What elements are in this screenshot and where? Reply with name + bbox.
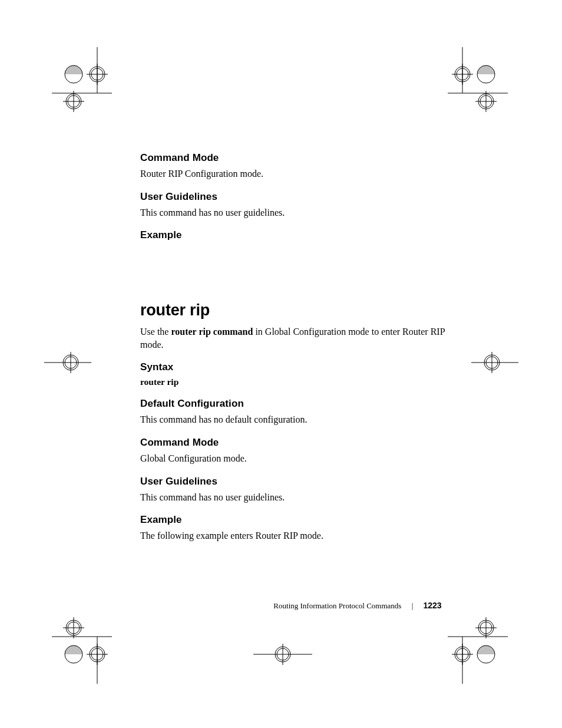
footer-section-title: Routing Information Protocol Commands — [273, 601, 401, 610]
heading-example-1: Example — [140, 229, 447, 241]
crop-mark-mid-left — [44, 348, 91, 377]
heading-router-rip: router rip — [140, 301, 447, 319]
text-example-2: The following example enters Router RIP … — [140, 529, 447, 542]
crop-mark-top-right — [448, 47, 518, 112]
footer-separator: | — [412, 601, 414, 610]
heading-syntax: Syntax — [140, 361, 447, 373]
text-router-rip-intro: Use the router rip command in Global Con… — [140, 325, 447, 351]
heading-user-guidelines-1: User Guidelines — [140, 191, 447, 203]
intro-pre: Use the — [140, 327, 171, 337]
page-footer: Routing Information Protocol Commands | … — [0, 601, 562, 611]
text-user-guidelines-2: This command has no user guidelines. — [140, 491, 447, 504]
text-syntax-line: router rip — [140, 377, 447, 387]
crop-mark-mid-right — [471, 348, 518, 377]
heading-example-2: Example — [140, 514, 447, 526]
heading-default-config: Default Configuration — [140, 398, 447, 410]
text-user-guidelines-1: This command has no user guidelines. — [140, 206, 447, 219]
crop-mark-bottom-right — [448, 613, 518, 684]
page-content: Command Mode Router RIP Configuration mo… — [140, 152, 447, 553]
intro-bold: router rip command — [171, 327, 253, 337]
text-command-mode-1: Router RIP Configuration mode. — [140, 167, 447, 180]
crop-mark-bottom-left — [41, 613, 112, 684]
footer-page-number: 1223 — [423, 601, 441, 610]
text-default-config: This command has no default configuratio… — [140, 413, 447, 426]
text-command-mode-2: Global Configuration mode. — [140, 452, 447, 465]
crop-mark-top-left — [41, 47, 112, 112]
heading-user-guidelines-2: User Guidelines — [140, 476, 447, 487]
heading-command-mode-1: Command Mode — [140, 152, 447, 164]
heading-command-mode-2: Command Mode — [140, 437, 447, 449]
crop-mark-bottom-center — [253, 640, 312, 669]
